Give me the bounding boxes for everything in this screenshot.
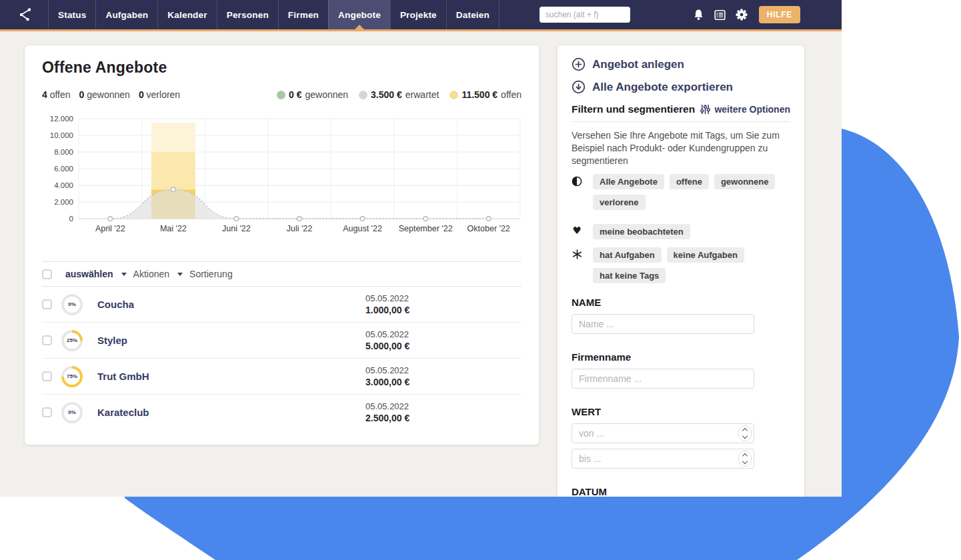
offer-count: 4 offen — [42, 89, 71, 100]
svg-text:Mai '22: Mai '22 — [160, 224, 187, 233]
nav-item-dateien[interactable]: Dateien — [446, 0, 500, 29]
tag-filter-pill[interactable]: hat keine Tags — [593, 268, 666, 283]
sort-dropdown[interactable]: Sortierung — [189, 269, 233, 279]
table-row: 25%Stylep05.05.20225.000,00 € — [42, 323, 522, 359]
search-input[interactable] — [540, 7, 630, 23]
filter-sidebar: Angebot anlegen Alle Angebote exportiere… — [558, 45, 804, 497]
legend-dot-icon — [449, 91, 458, 99]
progress-percent: 25% — [67, 337, 77, 343]
tag-filter-pill[interactable]: hat Aufgaben — [593, 247, 662, 263]
row-checkbox[interactable] — [42, 299, 52, 309]
progress-percent: 75% — [67, 373, 77, 379]
row-checkbox[interactable] — [42, 335, 52, 345]
chevron-down-icon[interactable] — [121, 273, 127, 276]
create-offer-label: Angebot anlegen — [592, 58, 684, 71]
nav-item-firmen[interactable]: Firmen — [278, 0, 328, 29]
app-logo-icon[interactable] — [19, 7, 33, 22]
offer-name-link[interactable]: Karateclub — [97, 407, 365, 418]
tag-filter-pill[interactable]: Alle Angebote — [593, 174, 664, 189]
number-stepper[interactable] — [738, 425, 752, 441]
company-field[interactable] — [572, 369, 754, 389]
offer-date: 05.05.2022 — [365, 365, 522, 375]
tag-group: Alle Angeboteoffenegewonneneverlorene — [572, 174, 790, 210]
legend-item: 11.500 € offen — [449, 89, 522, 100]
nav-item-aufgaben[interactable]: Aufgaben — [95, 0, 157, 29]
svg-text:Juni '22: Juni '22 — [222, 224, 251, 233]
tag-group: ♥meine beobachteten — [572, 224, 790, 239]
offer-count: 0 gewonnen — [79, 89, 130, 100]
chart-legend: 0 € gewonnen3.500 € erwartet11.500 € off… — [277, 89, 522, 100]
offer-name-link[interactable]: Stylep — [97, 335, 365, 346]
select-label[interactable]: auswählen — [65, 269, 113, 279]
svg-text:April '22: April '22 — [95, 224, 125, 233]
nav-item-angebote[interactable]: Angebote — [328, 0, 390, 29]
tag-filter-pill[interactable]: meine beobachteten — [593, 224, 690, 239]
navbar-right-cluster: HILFE — [540, 6, 842, 23]
svg-text:12.000: 12.000 — [50, 115, 73, 123]
svg-text:0: 0 — [69, 215, 73, 223]
nav-item-personen[interactable]: Personen — [217, 0, 278, 29]
chevron-down-icon[interactable] — [177, 273, 183, 276]
tag-list: hat Aufgabenkeine Aufgabenhat keine Tags — [593, 247, 790, 283]
actions-dropdown[interactable]: Aktionen — [133, 269, 169, 279]
table-row: 0%Karateclub05.05.20222.500,00 € — [42, 395, 522, 430]
offers-card: Offene Angebote 4 offen0 gewonnen0 verlo… — [25, 45, 539, 445]
select-all-checkbox[interactable] — [42, 269, 52, 279]
tag-list: meine beobachteten — [593, 224, 690, 239]
export-offers-label: Alle Angebote exportieren — [592, 81, 733, 94]
tag-filter-pill[interactable]: verlorene — [593, 195, 646, 210]
svg-text:6.000: 6.000 — [54, 165, 73, 173]
offer-meta: 05.05.20222.500,00 € — [365, 401, 522, 423]
list-toolbar: auswählen Aktionen Sortierung — [42, 261, 522, 287]
nav-item-kalender[interactable]: Kalender — [157, 0, 216, 29]
value-to-wrap — [572, 449, 754, 469]
value-from-field[interactable] — [572, 423, 754, 443]
offers-chart-svg: 12.00010.0008.0006.0004.0002.0000April '… — [42, 111, 522, 236]
number-stepper[interactable] — [738, 451, 752, 467]
offer-counts: 4 offen0 gewonnen0 verloren — [42, 89, 180, 100]
nav-item-projekte[interactable]: Projekte — [390, 0, 446, 29]
svg-text:8.000: 8.000 — [54, 148, 73, 156]
row-checkbox[interactable] — [42, 407, 52, 417]
page-background: StatusAufgabenKalenderPersonenFirmenAnge… — [0, 0, 961, 560]
download-circle-icon — [572, 80, 586, 94]
tag-filter-groups: Alle Angeboteoffenegewonneneverlorene♥me… — [572, 174, 790, 283]
bell-icon[interactable] — [693, 9, 704, 21]
tags-description: Versehen Sie Ihre Angebote mit Tags, um … — [572, 129, 790, 167]
progress-percent: 0% — [68, 409, 76, 415]
offer-date: 05.05.2022 — [365, 293, 522, 303]
tag-filter-pill[interactable]: keine Aufgaben — [667, 247, 744, 263]
legend-dot-icon — [359, 91, 367, 99]
value-to-field[interactable] — [572, 449, 754, 469]
offer-meta: 05.05.20221.000,00 € — [365, 293, 522, 315]
help-button[interactable]: HILFE — [759, 6, 800, 23]
stats-row: 4 offen0 gewonnen0 verloren 0 € gewonnen… — [42, 89, 522, 100]
gear-icon[interactable] — [736, 9, 748, 21]
offer-list: 0%Coucha05.05.20221.000,00 €25%Stylep05.… — [42, 287, 522, 430]
table-icon[interactable] — [714, 9, 726, 21]
name-label: NAME — [572, 297, 790, 308]
offer-value: 3.000,00 € — [365, 377, 522, 387]
progress-percent: 0% — [68, 301, 76, 307]
svg-text:August '22: August '22 — [343, 224, 382, 233]
crm-app-window: StatusAufgabenKalenderPersonenFirmenAnge… — [0, 0, 842, 497]
divider — [572, 121, 790, 122]
create-offer-link[interactable]: Angebot anlegen — [572, 57, 790, 71]
row-checkbox[interactable] — [42, 371, 52, 381]
name-field[interactable] — [572, 314, 754, 334]
tag-filter-pill[interactable]: offene — [670, 174, 709, 189]
svg-text:10.000: 10.000 — [50, 131, 73, 139]
tag-list: Alle Angeboteoffenegewonneneverlorene — [593, 174, 790, 210]
nav-item-status[interactable]: Status — [48, 0, 95, 29]
export-offers-link[interactable]: Alle Angebote exportieren — [572, 80, 790, 94]
asterisk-icon — [572, 249, 582, 259]
offer-name-link[interactable]: Coucha — [97, 299, 365, 310]
offer-count: 0 verloren — [139, 89, 180, 100]
tag-filter-pill[interactable]: gewonnene — [714, 174, 776, 189]
legend-item: 0 € gewonnen — [277, 89, 348, 100]
more-options-link[interactable]: weitere Optionen — [700, 104, 790, 115]
table-row: 0%Coucha05.05.20221.000,00 € — [42, 287, 522, 323]
filter-header: Filtern und segmentieren weitere Optione… — [572, 103, 790, 115]
offer-name-link[interactable]: Trut GmbH — [97, 371, 365, 382]
offers-chart: 12.00010.0008.0006.0004.0002.0000April '… — [42, 111, 522, 236]
